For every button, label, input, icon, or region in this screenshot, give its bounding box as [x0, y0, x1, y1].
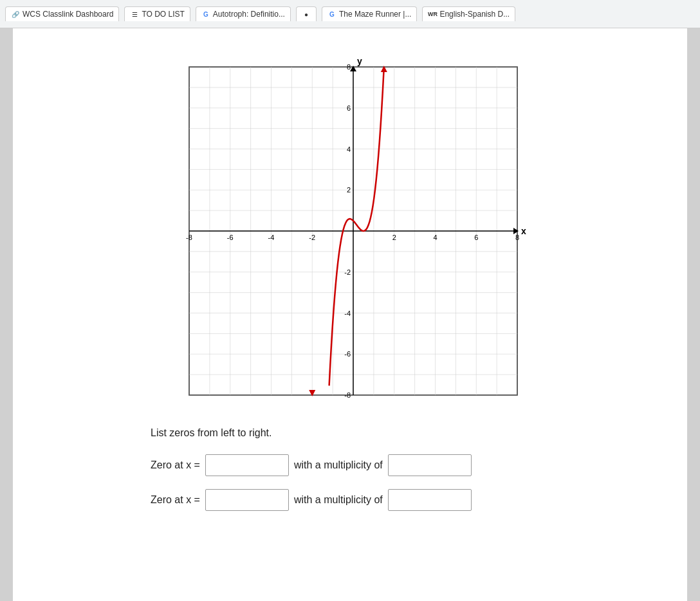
tab-todo-label: TO DO LIST [142, 10, 184, 19]
page-content: List zeros from left to right. Zero at x… [13, 28, 687, 601]
zero1-multiplicity-input[interactable] [388, 454, 472, 476]
coordinate-graph [170, 54, 530, 414]
tab-english-spanish[interactable]: WR English-Spanish D... [422, 6, 515, 21]
list-icon: ☰ [130, 10, 139, 19]
wr-icon: WR [428, 10, 437, 19]
zero-row-2: Zero at x = with a multiplicity of [151, 489, 575, 511]
tab-autotroph[interactable]: G Autotroph: Definitio... [196, 6, 291, 21]
graph-container [157, 54, 543, 414]
zero2-x-input[interactable] [205, 489, 289, 511]
zero2-label: Zero at x = [151, 494, 200, 506]
zero2-multiplicity-label: with a multiplicity of [294, 494, 383, 506]
tab-english-spanish-label: English-Spanish D... [439, 10, 510, 19]
g-icon-1: G [201, 10, 210, 19]
tab-maze-runner[interactable]: G The Maze Runner |... [322, 6, 418, 21]
tab-classlink-label: WCS Classlink Dashboard [23, 10, 113, 19]
browser-bar: 🔗 WCS Classlink Dashboard ☰ TO DO LIST G… [0, 0, 700, 28]
tab-autotroph-label: Autotroph: Definitio... [213, 10, 285, 19]
circle-icon: ● [302, 10, 311, 19]
tab-classlink[interactable]: 🔗 WCS Classlink Dashboard [5, 6, 119, 21]
instruction-text: List zeros from left to right. [151, 427, 575, 439]
zero-row-1: Zero at x = with a multiplicity of [151, 454, 575, 476]
graph-wrapper [170, 54, 530, 414]
g-icon-2: G [327, 10, 336, 19]
tab-maze-runner-label: The Maze Runner |... [339, 10, 412, 19]
zero1-label: Zero at x = [151, 459, 200, 471]
questions-area: List zeros from left to right. Zero at x… [125, 427, 575, 511]
zero1-multiplicity-label: with a multiplicity of [294, 459, 383, 471]
zero2-multiplicity-input[interactable] [388, 489, 472, 511]
tab-circle[interactable]: ● [296, 6, 317, 21]
classlink-icon: 🔗 [11, 10, 20, 19]
zero1-x-input[interactable] [205, 454, 289, 476]
tab-todo[interactable]: ☰ TO DO LIST [124, 6, 190, 21]
